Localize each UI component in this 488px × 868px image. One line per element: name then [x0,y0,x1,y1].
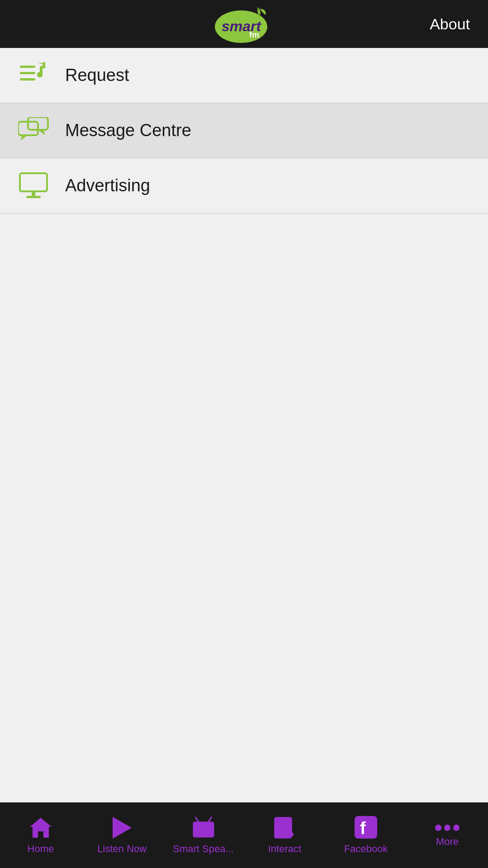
svg-rect-5 [20,72,35,74]
logo-svg: smart fm [215,5,274,43]
tab-home[interactable]: Home [0,802,81,868]
tab-interact[interactable]: Interact [244,802,325,868]
svg-rect-6 [20,78,35,81]
play-icon [112,816,133,840]
chat-bubbles-icon [18,115,49,146]
tab-more[interactable]: More [407,802,488,868]
tab-more-label: More [436,836,459,848]
svg-text:f: f [360,819,366,838]
message-centre-menu-item[interactable]: Message Centre [0,103,488,158]
tab-bar: Home Listen Now Smart Spe [0,802,488,868]
tab-home-label: Home [28,843,54,855]
svg-marker-14 [113,817,132,839]
svg-text:fm: fm [249,30,259,39]
request-menu-item[interactable]: Request [0,48,488,103]
svg-line-17 [208,817,212,822]
svg-marker-8 [21,135,27,141]
svg-point-28 [444,825,450,831]
svg-point-29 [453,825,460,831]
advertising-label: Advertising [65,176,150,195]
monitor-icon [18,171,49,201]
radio-icon [192,816,215,840]
app-logo: smart fm [215,5,274,43]
about-button[interactable]: About [430,15,470,33]
svg-line-16 [195,817,199,822]
music-list-icon [18,60,49,91]
tab-listen-now[interactable]: Listen Now [81,802,163,868]
tab-smart-speaker-label: Smart Spea... [173,843,234,855]
message-centre-label: Message Centre [65,121,191,140]
svg-point-18 [199,825,208,834]
svg-rect-11 [20,173,47,191]
tab-smart-speaker[interactable]: Smart Spea... [163,802,244,868]
interact-icon [273,816,296,840]
advertising-menu-item[interactable]: Advertising [0,158,488,213]
tab-facebook[interactable]: f Facebook [325,802,407,868]
svg-point-19 [209,828,212,831]
menu-list: Request Message Centre Ad [0,48,488,802]
header: smart fm About [0,0,488,48]
svg-point-27 [435,825,441,831]
svg-rect-12 [32,191,35,196]
tab-listen-now-label: Listen Now [97,843,147,855]
tab-interact-label: Interact [268,843,301,855]
more-icon [435,823,460,832]
svg-rect-4 [20,66,35,68]
request-label: Request [65,66,129,85]
home-icon [29,816,52,840]
facebook-icon: f [355,816,377,840]
tab-facebook-label: Facebook [344,843,388,855]
svg-rect-13 [26,196,41,198]
svg-rect-25 [355,816,377,839]
